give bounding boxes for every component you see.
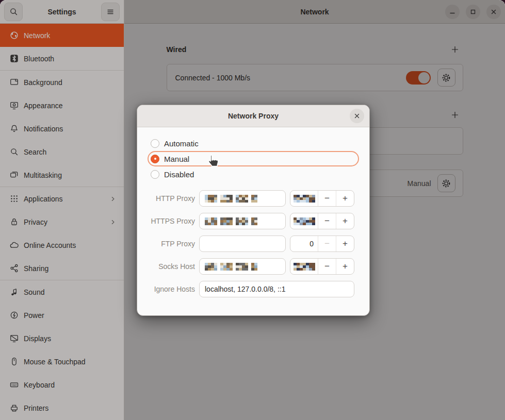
http-proxy-row: HTTP Proxy−+ bbox=[148, 190, 359, 207]
ignore-hosts-row: Ignore Hostslocalhost, 127.0.0.0/8, ::1 bbox=[148, 281, 359, 297]
https-proxy-port-value[interactable] bbox=[290, 213, 318, 229]
radio-option-label: Automatic bbox=[164, 139, 199, 148]
socks-host-label: Socks Host bbox=[148, 262, 198, 271]
radio-option-label: Disabled bbox=[164, 170, 194, 179]
http-proxy-label: HTTP Proxy bbox=[148, 194, 198, 203]
socks-host-port-value[interactable] bbox=[290, 259, 318, 274]
http-proxy-port-value[interactable] bbox=[290, 191, 318, 206]
network-proxy-dialog: Network Proxy AutomaticManualDisabled HT… bbox=[137, 105, 370, 316]
ftp-proxy-port-value[interactable]: 0 bbox=[290, 236, 318, 251]
http-proxy-port-increment-button[interactable]: + bbox=[336, 191, 354, 206]
https-proxy-row: HTTPS Proxy−+ bbox=[148, 213, 359, 229]
https-proxy-input[interactable] bbox=[199, 213, 286, 229]
redacted-value-mosaic bbox=[294, 195, 315, 203]
dialog-headerbar: Network Proxy bbox=[137, 105, 369, 127]
socks-host-row: Socks Host−+ bbox=[148, 258, 359, 275]
https-proxy-port-decrement-button[interactable]: − bbox=[318, 213, 336, 229]
ftp-proxy-row: FTP Proxy0−+ bbox=[148, 236, 359, 252]
ftp-proxy-port-spinner[interactable]: 0−+ bbox=[290, 236, 354, 252]
radio-option-label: Manual bbox=[164, 155, 189, 163]
http-proxy-port-spinner[interactable]: −+ bbox=[290, 190, 354, 207]
socks-host-port-increment-button[interactable]: + bbox=[336, 259, 354, 274]
redacted-value-mosaic bbox=[294, 217, 315, 225]
close-icon bbox=[354, 113, 360, 119]
dialog-close-button[interactable] bbox=[350, 109, 364, 123]
radio-button-icon bbox=[151, 170, 159, 179]
proxy-mode-radio-group: AutomaticManualDisabled bbox=[148, 136, 359, 182]
radio-button-icon bbox=[151, 139, 159, 148]
dialog-body: AutomaticManualDisabled HTTP Proxy−+HTTP… bbox=[137, 127, 369, 304]
ftp-proxy-port-decrement-button[interactable]: − bbox=[318, 236, 336, 251]
http-proxy-port-decrement-button[interactable]: − bbox=[318, 191, 336, 206]
socks-host-port-spinner[interactable]: −+ bbox=[290, 258, 354, 275]
proxy-mode-option-manual[interactable]: Manual bbox=[148, 151, 359, 166]
https-proxy-port-spinner[interactable]: −+ bbox=[290, 213, 354, 229]
http-proxy-input[interactable] bbox=[199, 190, 286, 207]
redacted-value-mosaic bbox=[205, 263, 257, 271]
socks-host-port-decrement-button[interactable]: − bbox=[318, 259, 336, 274]
https-proxy-port-increment-button[interactable]: + bbox=[336, 213, 354, 229]
proxy-mode-option-disabled[interactable]: Disabled bbox=[148, 166, 359, 182]
proxy-form: HTTP Proxy−+HTTPS Proxy−+FTP Proxy0−+Soc… bbox=[148, 190, 359, 297]
ftp-proxy-port-increment-button[interactable]: + bbox=[336, 236, 354, 251]
redacted-value-mosaic bbox=[205, 195, 257, 203]
ftp-proxy-input[interactable] bbox=[199, 236, 286, 252]
https-proxy-label: HTTPS Proxy bbox=[148, 217, 198, 225]
socks-host-input[interactable] bbox=[199, 258, 286, 275]
ignore-hosts-label: Ignore Hosts bbox=[148, 285, 198, 293]
ignore-hosts-input[interactable]: localhost, 127.0.0.0/8, ::1 bbox=[199, 281, 354, 297]
dialog-title: Network Proxy bbox=[137, 112, 369, 120]
radio-button-icon bbox=[151, 155, 159, 163]
ftp-proxy-label: FTP Proxy bbox=[148, 240, 198, 248]
redacted-value-mosaic bbox=[205, 217, 257, 225]
proxy-mode-option-automatic[interactable]: Automatic bbox=[148, 136, 359, 151]
settings-window: Settings NetworkBluetoothBackgroundAppea… bbox=[0, 0, 505, 420]
redacted-value-mosaic bbox=[294, 263, 315, 271]
